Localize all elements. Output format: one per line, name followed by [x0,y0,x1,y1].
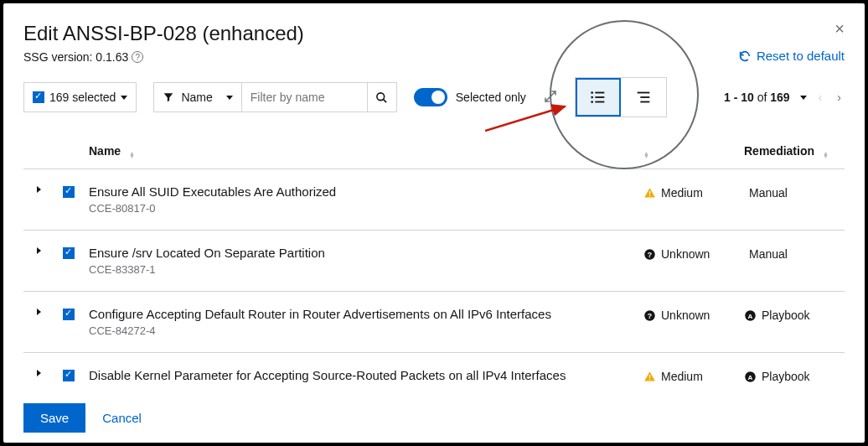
row-name: Configure Accepting Default Router in Ro… [89,307,643,321]
row-checkbox[interactable] [63,370,75,381]
table-row: Ensure All SUID Executables Are Authoriz… [23,169,845,231]
reset-to-default-button[interactable]: Reset to default [738,49,845,63]
remediation-label: Playbook [762,370,810,383]
pagination: 1 - 10 of 169 ‹ › [724,91,845,104]
help-icon[interactable]: ? [132,51,143,63]
svg-point-0 [377,92,385,100]
svg-line-1 [384,99,387,102]
svg-text:?: ? [648,251,652,259]
page-subtitle: SSG version: 0.1.63 ? [23,50,845,64]
ssg-version-label: SSG version: 0.1.63 [23,50,128,64]
svg-rect-21 [649,379,650,380]
refresh-icon [738,49,752,63]
remediation-label: Playbook [762,309,810,322]
save-button[interactable]: Save [23,403,85,433]
filter-input[interactable] [251,91,359,104]
remediation-label: Manual [749,247,788,261]
caret-down-icon [121,96,127,100]
col-remediation-label: Remediation [744,144,814,158]
caret-down-icon [226,96,233,100]
svg-rect-5 [595,96,604,98]
svg-point-6 [591,101,593,103]
tree-view-button[interactable] [621,78,666,117]
row-checkbox[interactable] [63,186,75,198]
bulk-select-checkbox[interactable] [33,91,44,103]
col-name-label: Name [89,144,121,158]
svg-rect-9 [640,96,649,98]
table-header: Name ▲▼ ▲▼ Remediation ▲▼ [23,132,845,169]
bulk-select-label: 169 selected [49,91,116,104]
table-body: Ensure All SUID Executables Are Authoriz… [23,169,845,386]
row-name: Ensure All SUID Executables Are Authoriz… [89,184,643,199]
search-icon [375,91,388,104]
sort-icon: ▲▼ [129,152,135,158]
severity-label: Medium [661,370,703,383]
remediation-icon: A [744,371,757,383]
severity-icon [643,371,656,383]
view-toggle [575,77,667,117]
filter-attr-label: Name [181,91,212,104]
filter-input-wrap [241,82,367,112]
row-cce: CCE-84272-4 [89,324,643,337]
severity-label: Medium [661,186,703,200]
svg-rect-10 [640,101,649,103]
expand-row-icon[interactable] [37,186,41,193]
sort-icon: ▲▼ [823,152,829,158]
expand-row-icon[interactable] [37,247,41,254]
col-name-header[interactable]: Name ▲▼ [84,144,643,158]
close-icon[interactable]: × [834,20,845,37]
reset-to-default-label: Reset to default [757,49,845,63]
row-checkbox[interactable] [63,309,75,320]
selected-only-label: Selected only [456,91,526,104]
pagination-prev[interactable]: ‹ [815,91,826,104]
fullscreen-icon[interactable] [543,89,558,106]
severity-icon [643,187,656,200]
page-title: Edit ANSSI-BP-028 (enhanced) [23,22,845,45]
svg-point-2 [591,91,593,94]
selected-only-toggle-wrap: Selected only [414,88,526,106]
svg-rect-20 [649,375,650,378]
list-view-button[interactable] [576,78,621,117]
svg-rect-3 [595,92,604,94]
sort-icon: ▲▼ [643,152,649,158]
severity-icon: ? [643,248,656,261]
toolbar: 169 selected Name Selected only [23,77,845,117]
expand-row-icon[interactable] [37,370,41,376]
modal-footer: Save Cancel [23,403,142,433]
svg-point-4 [591,96,593,99]
list-icon [589,88,607,106]
search-button[interactable] [367,82,397,112]
svg-rect-13 [649,195,650,196]
row-checkbox[interactable] [63,247,75,259]
col-severity-header[interactable]: ▲▼ [643,144,744,158]
severity-label: Unknown [661,309,710,322]
bulk-select-dropdown[interactable]: 169 selected [23,82,137,112]
svg-text:A: A [748,313,753,320]
svg-rect-12 [649,191,650,194]
table-row: Ensure /srv Located On Separate Partitio… [23,231,845,292]
remediation-icon: A [744,309,757,322]
cancel-button[interactable]: Cancel [102,411,142,425]
svg-rect-8 [637,92,649,94]
severity-label: Unknown [661,247,710,261]
modal-edit-policy: × Edit ANSSI-BP-028 (enhanced) SSG versi… [3,3,865,443]
filter-group: Name [153,82,396,112]
table-row: Disable Kernel Parameter for Accepting S… [23,353,845,386]
pagination-total: 169 [770,91,789,104]
row-cce: CCE-80817-0 [89,202,643,215]
pagination-range: 1 - 10 of 169 [724,91,790,104]
pagination-next[interactable]: › [834,91,845,104]
svg-text:A: A [748,374,753,381]
remediation-label: Manual [749,186,788,200]
pagination-of: of [757,91,767,104]
svg-rect-7 [595,101,604,103]
pagination-perpage-caret[interactable] [800,96,807,100]
selected-only-toggle[interactable] [414,88,447,106]
col-remediation-header[interactable]: Remediation ▲▼ [744,144,845,158]
filter-icon [163,91,174,103]
fade-overlay [23,384,845,401]
row-name: Disable Kernel Parameter for Accepting S… [89,368,643,382]
expand-row-icon[interactable] [37,309,41,315]
pagination-range-value: 1 - 10 [724,91,754,104]
filter-attribute-select[interactable]: Name [153,82,240,112]
